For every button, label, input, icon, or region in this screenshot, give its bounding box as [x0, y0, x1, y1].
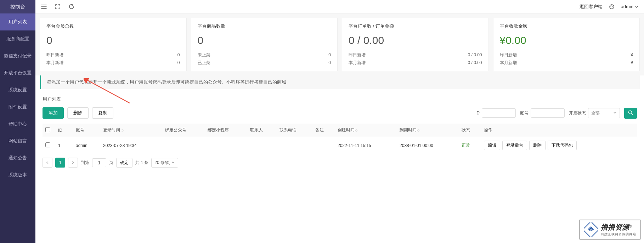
th-actions: 操作: [481, 124, 637, 137]
notice-banner: 每添加一个用户代表新开一个商城系统，用户用账号密码登录后即可绑定自己的公众号、小…: [40, 75, 640, 89]
pagination: 1 到第 页 确定 共 1 条 20 条/页: [35, 154, 644, 171]
stat-card-orders: 平台订单数 / 订单金额 0 / 0.00 昨日新增0 / 0.00 本月新增0…: [342, 18, 489, 71]
cell-create-time: 2022-11-11 15:15: [335, 137, 397, 154]
sort-icon[interactable]: ◇: [355, 128, 358, 132]
th-create-time: 创建时间◇: [335, 124, 397, 137]
th-bind-gzh: 绑定公众号: [162, 124, 205, 137]
filter-id-input[interactable]: [482, 108, 516, 118]
table-row: 1 admin 2023-07-23 19:34 2022-11-11 15:1…: [43, 137, 637, 154]
filter-status-select[interactable]: 全部: [588, 108, 620, 118]
th-expire-time: 到期时间◇: [397, 124, 459, 137]
chevron-down-icon: [613, 111, 617, 115]
goto-page-input[interactable]: [92, 158, 106, 167]
next-page-button[interactable]: [68, 158, 78, 168]
watermark-subtitle: 白嫖互联网资源的网站: [601, 232, 636, 237]
copy-button[interactable]: 复制: [92, 107, 113, 119]
svg-point-0: [610, 5, 614, 9]
watermark-logo-icon: [584, 222, 598, 237]
svg-line-5: [632, 113, 633, 115]
per-page-select[interactable]: 20 条/页: [151, 158, 178, 168]
sidebar-item-version[interactable]: 系统版本: [0, 166, 35, 183]
page-label: 页: [109, 160, 113, 166]
notice-text: 每添加一个用户代表新开一个商城系统，用户用账号密码登录后即可绑定自己的公众号、小…: [47, 79, 286, 85]
chevron-left-icon: [46, 161, 49, 164]
row-checkbox[interactable]: [45, 142, 50, 147]
stat-card-members: 平台会员总数 0 昨日新增0 本月新增0: [40, 18, 187, 71]
refresh-icon[interactable]: [69, 4, 74, 9]
add-button[interactable]: 添加: [43, 107, 64, 119]
total-label: 共 1 条: [135, 160, 148, 166]
goto-label: 到第: [81, 160, 89, 166]
row-delete-button[interactable]: 删除: [529, 141, 546, 150]
cell-status: 正常: [459, 137, 481, 154]
search-icon: [628, 110, 633, 115]
stat-value: ¥0.00: [500, 34, 633, 46]
toolbar: 添加 删除 复制 ID 账号 开启状态 全部: [35, 107, 644, 124]
sidebar-item-notice[interactable]: 通知公告: [0, 149, 35, 166]
registered-icon: ®: [629, 225, 632, 228]
chevron-down-icon: [635, 5, 638, 9]
fullscreen-icon[interactable]: [55, 4, 60, 9]
sidebar-item-wxpay[interactable]: 微信支付记录: [0, 47, 35, 64]
stat-title: 平台商品数量: [198, 23, 331, 29]
filter-account-input[interactable]: [531, 108, 565, 118]
sort-icon[interactable]: ◇: [417, 128, 420, 132]
edit-button[interactable]: 编辑: [484, 141, 500, 150]
download-pkg-button[interactable]: 下载代码包: [548, 141, 577, 150]
search-button[interactable]: [624, 108, 637, 119]
cell-id: 1: [55, 137, 73, 154]
goto-confirm-button[interactable]: 确定: [116, 158, 132, 168]
sidebar-item-users[interactable]: 用户列表: [0, 13, 35, 30]
th-login-time: 登录时间◇: [100, 124, 162, 137]
th-status: 状态: [459, 124, 481, 137]
section-title: 用户列表: [35, 92, 644, 107]
stat-title: 平台收款金额: [500, 23, 633, 29]
th-account: 账号: [73, 124, 100, 137]
svg-point-4: [629, 111, 632, 114]
back-client-link[interactable]: 返回客户端: [580, 4, 603, 10]
th-remark: 备注: [312, 124, 335, 137]
chevron-right-icon: [71, 161, 75, 164]
theme-icon[interactable]: [609, 4, 615, 10]
watermark: 撸撸资源® 白嫖互联网资源的网站: [580, 220, 640, 239]
stats-row: 平台会员总数 0 昨日新增0 本月新增0 平台商品数量 0 未上架0 已上架0 …: [35, 13, 644, 75]
sidebar-item-attachment[interactable]: 附件设置: [0, 98, 35, 115]
login-backend-button[interactable]: 登录后台: [502, 141, 527, 150]
svg-point-1: [611, 6, 611, 6]
stat-card-revenue: 平台收款金额 ¥0.00 昨日新增¥ 本月新增¥: [493, 18, 640, 71]
select-all-checkbox[interactable]: [45, 127, 50, 132]
cell-bind-xcx: [205, 137, 247, 154]
page-1-button[interactable]: 1: [55, 158, 65, 168]
cell-account: admin: [73, 137, 100, 154]
sidebar-item-system[interactable]: 系统设置: [0, 81, 35, 98]
th-phone: 联系电话: [277, 124, 312, 137]
cell-remark: [312, 137, 335, 154]
sidebar-item-openplatform[interactable]: 开放平台设置: [0, 64, 35, 81]
stat-value: 0 / 0.00: [349, 34, 482, 46]
user-name: admin: [621, 4, 633, 9]
filter-id-label: ID: [475, 111, 480, 115]
filter-account-label: 账号: [520, 110, 529, 116]
user-dropdown[interactable]: admin: [621, 4, 638, 9]
cell-bind-gzh: [162, 137, 205, 154]
sidebar-item-message[interactable]: 网站留言: [0, 132, 35, 149]
sidebar-item-help[interactable]: 帮助中心: [0, 115, 35, 132]
stat-value: 0: [198, 34, 331, 46]
menu-toggle-icon[interactable]: [41, 4, 47, 10]
sidebar-title: 控制台: [0, 0, 35, 13]
stat-value: 0: [46, 34, 180, 46]
th-id: ID: [55, 124, 73, 137]
topbar: 返回客户端 admin: [35, 0, 644, 13]
cell-expire-time: 2038-01-01 00:00: [397, 137, 459, 154]
cell-contact: [247, 137, 276, 154]
watermark-title: 撸撸资源: [601, 223, 629, 231]
sidebar-item-provider[interactable]: 服务商配置: [0, 30, 35, 47]
delete-button[interactable]: 删除: [67, 107, 89, 119]
th-bind-xcx: 绑定小程序: [205, 124, 247, 137]
users-table: ID 账号 登录时间◇ 绑定公众号 绑定小程序 联系人 联系电话 备注 创建时间…: [43, 124, 637, 154]
filter-status-label: 开启状态: [569, 110, 586, 116]
sidebar: 控制台 用户列表 服务商配置 微信支付记录 开放平台设置 系统设置 附件设置 帮…: [0, 0, 35, 243]
prev-page-button[interactable]: [43, 158, 52, 168]
sort-icon[interactable]: ◇: [121, 128, 124, 132]
th-contact: 联系人: [247, 124, 276, 137]
